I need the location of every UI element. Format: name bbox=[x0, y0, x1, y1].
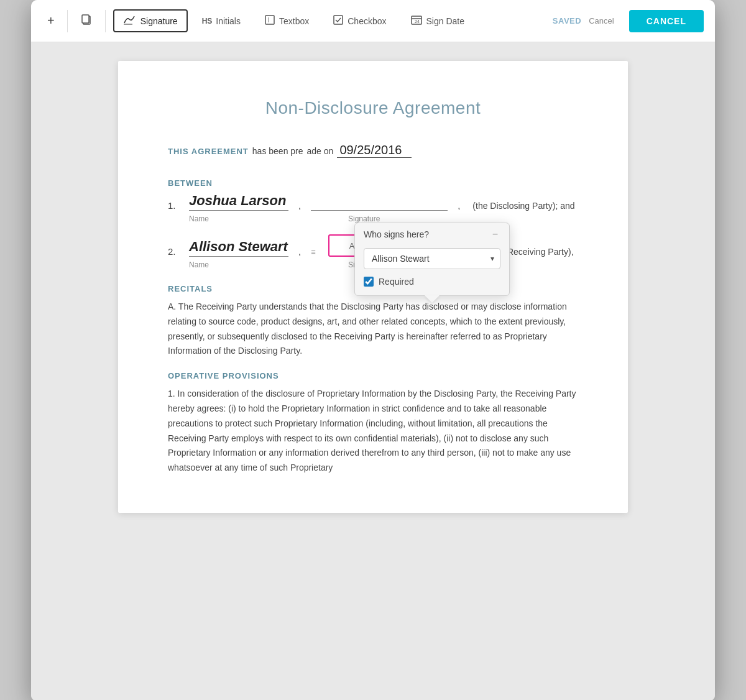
cancel-link[interactable]: Cancel bbox=[589, 16, 614, 25]
document-area: Non-Disclosure Agreement THIS AGREEMENT … bbox=[31, 42, 715, 700]
party-2-name-label: Name bbox=[189, 260, 288, 269]
signature-label: Signature bbox=[140, 16, 178, 26]
initials-label: Initials bbox=[216, 16, 241, 26]
popup-minimize-button[interactable]: − bbox=[490, 229, 500, 239]
signdate-icon: 24 bbox=[410, 14, 423, 27]
tool-signature[interactable]: Signature bbox=[113, 9, 188, 32]
party-row-1: 1. Joshua Larson , , (the Disclosing Par… bbox=[168, 193, 578, 211]
party-1-sig-label: Signature bbox=[348, 214, 485, 223]
agreement-intro-text: has been pre bbox=[252, 146, 303, 156]
signature-icon bbox=[123, 14, 137, 27]
textbox-icon: I bbox=[264, 14, 275, 27]
popup-header: Who signs here? − bbox=[355, 223, 509, 243]
toolbar-divider-2 bbox=[105, 10, 106, 32]
provisions-text: 1. In consideration of the disclosure of… bbox=[168, 387, 578, 476]
provisions-title: OPERATIVE PROVISIONS bbox=[168, 371, 578, 380]
party-1-number: 1. bbox=[168, 200, 179, 211]
checkbox-label: Checkbox bbox=[348, 16, 386, 26]
agreement-mid-text: ade on bbox=[307, 146, 334, 156]
tool-signdate[interactable]: 24 Sign Date bbox=[401, 10, 474, 32]
signer-popup: Who signs here? − Allison Stewart Joshua… bbox=[354, 223, 510, 296]
party-2-comma: , bbox=[298, 246, 301, 257]
party-1-name-label: Name bbox=[189, 214, 288, 223]
date-field[interactable]: 09/25/2016 bbox=[337, 143, 412, 158]
between-label: BETWEEN bbox=[168, 178, 578, 188]
svg-rect-3 bbox=[265, 16, 274, 24]
svg-text:I: I bbox=[268, 17, 270, 24]
initials-icon: HS bbox=[202, 17, 213, 25]
svg-rect-1 bbox=[82, 15, 89, 23]
svg-rect-5 bbox=[334, 16, 343, 24]
signdate-label: Sign Date bbox=[426, 16, 464, 26]
recitals-text: A. The Receiving Party understands that … bbox=[168, 300, 578, 359]
signer-select[interactable]: Allison Stewart Joshua Larson bbox=[364, 248, 500, 269]
tool-checkbox[interactable]: Checkbox bbox=[323, 10, 395, 32]
align-icon: ≡ bbox=[311, 247, 316, 257]
plus-icon: + bbox=[47, 14, 55, 28]
tool-initials[interactable]: HS Initials bbox=[193, 12, 250, 30]
cancel-button[interactable]: CANCEL bbox=[629, 10, 704, 32]
add-button[interactable]: + bbox=[42, 10, 60, 32]
this-agreement-label: THIS AGREEMENT bbox=[168, 147, 249, 156]
app-window: + Signature HS Initial bbox=[31, 0, 715, 700]
copy-button[interactable] bbox=[75, 9, 98, 32]
required-checkbox[interactable] bbox=[364, 277, 374, 287]
provisions-section: OPERATIVE PROVISIONS 1. In consideration… bbox=[168, 371, 578, 476]
svg-text:24: 24 bbox=[415, 19, 420, 24]
party-1-field-labels: Name Signature bbox=[189, 214, 578, 223]
party-1-comma: , bbox=[298, 200, 301, 211]
document-title: Non-Disclosure Agreement bbox=[168, 98, 578, 118]
required-label: Required bbox=[379, 277, 414, 287]
popup-body: Allison Stewart Joshua Larson ▾ Required bbox=[355, 243, 509, 295]
party-1-desc: (the Disclosing Party); and bbox=[472, 201, 574, 211]
signer-popup-overlay: Who signs here? − Allison Stewart Joshua… bbox=[354, 223, 510, 296]
toolbar-divider-1 bbox=[67, 10, 68, 32]
required-row: Required bbox=[364, 277, 500, 287]
signer-select-wrapper: Allison Stewart Joshua Larson ▾ bbox=[364, 248, 500, 269]
document-page: Non-Disclosure Agreement THIS AGREEMENT … bbox=[118, 61, 628, 513]
agreement-intro-line: THIS AGREEMENT has been pre ade on 09/25… bbox=[168, 143, 578, 161]
copy-icon bbox=[80, 13, 93, 29]
party-2-number: 2. bbox=[168, 246, 179, 257]
party-1-signature[interactable] bbox=[311, 193, 448, 211]
party-1-comma2: , bbox=[458, 200, 460, 211]
checkbox-icon bbox=[333, 14, 344, 27]
party-1-name: Joshua Larson bbox=[189, 193, 288, 211]
party-2-name: Allison Stewart bbox=[189, 239, 288, 257]
saved-status: SAVED bbox=[553, 16, 581, 25]
popup-title: Who signs here? bbox=[364, 229, 429, 239]
tool-textbox[interactable]: I Textbox bbox=[255, 10, 318, 32]
toolbar: + Signature HS Initial bbox=[31, 0, 715, 42]
textbox-label: Textbox bbox=[279, 16, 309, 26]
